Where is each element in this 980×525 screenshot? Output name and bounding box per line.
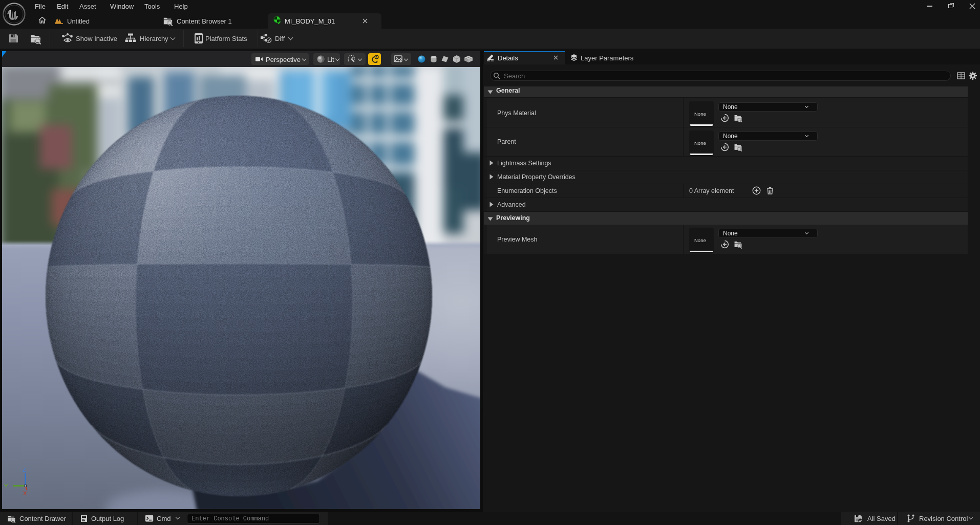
svg-text:Z: Z	[23, 467, 26, 473]
svg-text:X: X	[23, 490, 27, 496]
svg-text:Y: Y	[4, 483, 8, 489]
